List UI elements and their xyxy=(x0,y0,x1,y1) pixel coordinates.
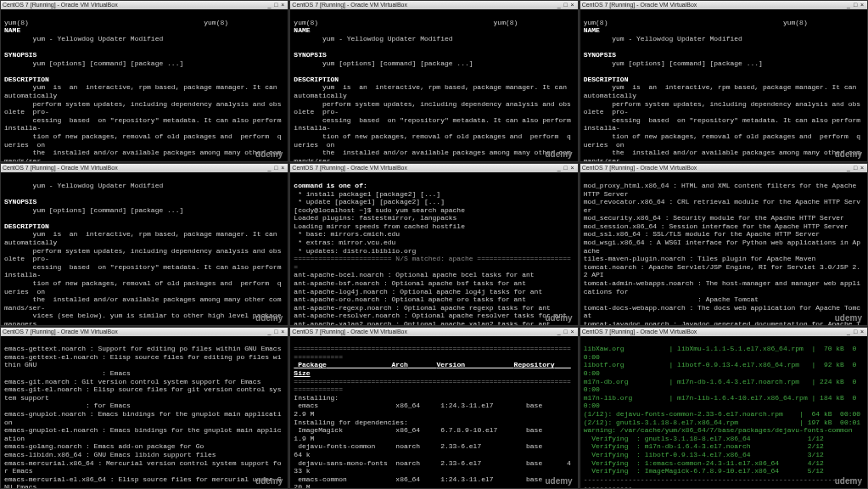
terminal-pane-9[interactable]: CentOS 7 [Running] - Oracle VM VirtualBo… xyxy=(580,327,868,489)
table-row: ImageMagick x86_64 6.7.8.9-10.el7 base 1… xyxy=(294,426,567,442)
window-controls[interactable]: _□× xyxy=(266,1,286,9)
terminal-pane-8[interactable]: CentOS 7 [Running] - Oracle VM VirtualBo… xyxy=(289,327,578,489)
terminal-content[interactable]: yum(8) yum(8) NAME yum - Yellowdog Updat… xyxy=(580,9,867,162)
table-row: dejavu-fonts-common noarch 2.33-6.el7 ba… xyxy=(294,442,570,458)
watermark: udemy xyxy=(255,149,283,160)
terminal-content[interactable]: emacs-gettext.noarch : Support for editi… xyxy=(1,336,288,489)
man-section-synopsis: SYNOPSIS xyxy=(4,51,36,59)
terminal-pane-6[interactable]: CentOS 7 [Running] - Oracle VM VirtualBo… xyxy=(580,163,868,325)
table-row: emacs-common x86_64 1:24.3-11.el7 base 2… xyxy=(294,475,570,489)
table-header: Package Arch Version Repository Size xyxy=(294,361,570,377)
terminal-content[interactable]: yum - Yellowdog Updater Modified SYNOPSI… xyxy=(1,172,288,325)
table-row: emacs x86_64 1:24.3-11.el7 base 2.9 M xyxy=(294,402,567,418)
man-section-description: DESCRIPTION xyxy=(4,76,49,83)
terminal-content[interactable]: mod_proxy_html.x86_64 : HTML and XML con… xyxy=(580,172,867,325)
terminal-pane-7[interactable]: CentOS 7 [Running] - Oracle VM VirtualBo… xyxy=(0,327,288,489)
terminal-content[interactable]: yum(8) yum(8) NAME yum - Yellowdog Updat… xyxy=(1,9,288,162)
window-titlebar: CentOS 7 [Running] - Oracle VM VirtualBo… xyxy=(290,1,577,9)
terminal-pane-5[interactable]: CentOS 7 [Running] - Oracle VM VirtualBo… xyxy=(289,163,578,325)
window-titlebar: CentOS 7 [Running] - Oracle VM VirtualBo… xyxy=(1,1,288,9)
terminal-pane-1[interactable]: CentOS 7 [Running] - Oracle VM VirtualBo… xyxy=(0,0,288,162)
table-row: dejavu-sans-mono-fonts noarch 2.33-6.el7… xyxy=(294,459,570,475)
terminal-content[interactable]: libXaw.org | libXmu-1.1.1-5.1.el7.x86_64… xyxy=(580,336,867,489)
terminal-content[interactable]: ========================================… xyxy=(290,336,577,489)
terminal-pane-3[interactable]: CentOS 7 [Running] - Oracle VM VirtualBo… xyxy=(580,0,868,162)
window-title: CentOS 7 [Running] - Oracle VM VirtualBo… xyxy=(3,1,118,9)
terminal-content[interactable]: yum(8) yum(8) NAME yum - Yellowdog Updat… xyxy=(290,9,577,162)
terminal-content[interactable]: command is one of: * install package1 [p… xyxy=(290,172,577,325)
terminal-pane-4[interactable]: CentOS 7 [Running] - Oracle VM VirtualBo… xyxy=(0,163,288,325)
man-section-name: NAME xyxy=(4,26,20,34)
terminal-pane-2[interactable]: CentOS 7 [Running] - Oracle VM VirtualBo… xyxy=(289,0,578,162)
